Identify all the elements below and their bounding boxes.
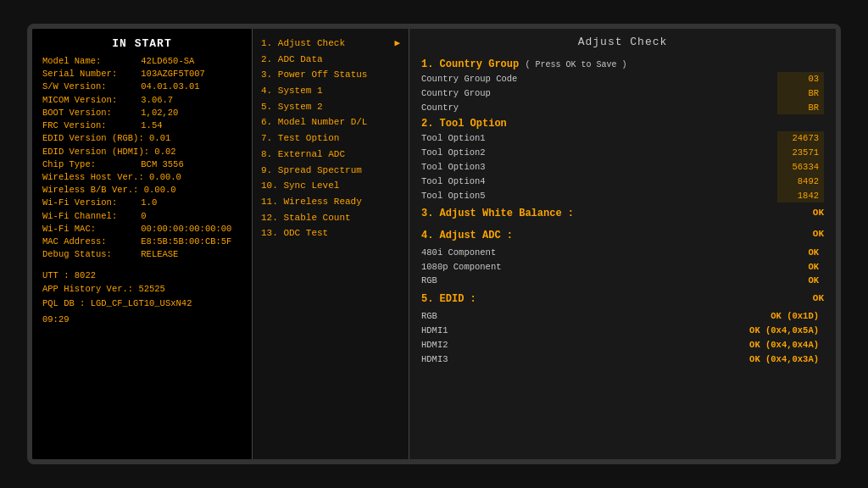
menu-item[interactable]: 13. ODC Test bbox=[261, 225, 400, 241]
info-value: 0.00.0 bbox=[138, 184, 175, 197]
info-value: RELEASE bbox=[136, 248, 178, 261]
row-value: BR bbox=[777, 101, 824, 115]
row-value: OK (0x1D) bbox=[765, 309, 824, 324]
menu-item[interactable]: 8. External ADC bbox=[261, 147, 400, 163]
info-row: Debug Status: RELEASE bbox=[42, 248, 242, 261]
info-value: 1.0 bbox=[136, 197, 157, 209]
info-row: BOOT Version: 1,02,20 bbox=[42, 107, 242, 119]
row-label: Country Group bbox=[421, 86, 491, 101]
info-row: Serial Number: 103AZGF5T007 bbox=[42, 68, 242, 80]
row-label: 1080p Component bbox=[421, 260, 502, 274]
menu-num: 1. bbox=[261, 36, 278, 52]
right-panel: Adjust Check 1. Country Group ( Press OK… bbox=[409, 29, 836, 459]
table-row: 480i ComponentOK bbox=[421, 246, 824, 260]
info-row: Wi-Fi Version: 1.0 bbox=[42, 197, 242, 209]
adjust-adc-section: 4. Adjust ADC : OK 480i ComponentOK1080p… bbox=[421, 225, 824, 289]
table-row: 1080p ComponentOK bbox=[421, 260, 824, 274]
table-row: HDMI2OK (0x4,0x4A) bbox=[421, 338, 824, 352]
row-value: 24673 bbox=[777, 131, 824, 146]
row-label: HDMI2 bbox=[421, 338, 448, 352]
menu-num: 2. bbox=[261, 52, 278, 68]
info-label: Wireless Host Ver.: bbox=[42, 171, 144, 184]
info-label: Model Name: bbox=[42, 55, 136, 68]
tool-option-header: 2. Tool Option bbox=[421, 118, 824, 130]
info-value: E8:5B:5B:00:CB:5F bbox=[136, 236, 231, 248]
menu-items: 1. Adjust Check▶2. ADC Data3. Power Off … bbox=[261, 36, 400, 241]
pql-db-label: PQL DB : LGD_CF_LGT10_USxN42 bbox=[42, 297, 242, 311]
info-row: EDID Version (RGB): 0.01 bbox=[42, 132, 242, 145]
app-history-label: APP History Ver.: 52525 bbox=[42, 282, 242, 297]
info-label: EDID Version (HDMI): bbox=[42, 146, 149, 158]
menu-label: ODC Test bbox=[283, 225, 328, 241]
menu-label: External ADC bbox=[278, 147, 345, 163]
right-title: Adjust Check bbox=[421, 36, 824, 48]
menu-num: 8. bbox=[261, 147, 278, 163]
menu-item[interactable]: 2. ADC Data bbox=[261, 52, 400, 68]
country-group-section: 1. Country Group ( Press OK to Save ) Co… bbox=[421, 55, 824, 114]
menu-item[interactable]: 7. Test Option bbox=[261, 130, 400, 147]
row-value: 56334 bbox=[777, 160, 824, 175]
table-row: Tool Option48492 bbox=[421, 175, 824, 189]
info-value: 1.54 bbox=[136, 119, 163, 132]
info-value: 0.02 bbox=[149, 146, 176, 158]
row-label: HDMI1 bbox=[421, 324, 448, 338]
menu-label: Adjust Check bbox=[278, 36, 345, 52]
info-row: S/W Version: 04.01.03.01 bbox=[42, 80, 242, 93]
menu-item[interactable]: 1. Adjust Check▶ bbox=[261, 36, 400, 52]
table-row: Tool Option51842 bbox=[421, 189, 824, 203]
info-label: S/W Version: bbox=[42, 80, 136, 93]
adjust-adc-rows: 480i ComponentOK1080p ComponentOKRGBOK bbox=[421, 246, 824, 288]
menu-item[interactable]: 12. Stable Count bbox=[261, 210, 400, 226]
table-row: Tool Option223571 bbox=[421, 146, 824, 160]
info-row: MAC Address: E8:5B:5B:00:CB:5F bbox=[42, 236, 242, 248]
menu-num: 6. bbox=[261, 114, 278, 130]
row-label: Tool Option5 bbox=[421, 189, 486, 203]
info-row: EDID Version (HDMI): 0.02 bbox=[42, 146, 242, 158]
row-label: RGB bbox=[421, 309, 437, 324]
menu-item[interactable]: 9. Spread Spectrum bbox=[261, 163, 400, 179]
info-row: FRC Version: 1.54 bbox=[42, 119, 242, 132]
info-label: Chip Type: bbox=[42, 158, 136, 171]
row-value: 23571 bbox=[777, 146, 824, 160]
row-label: Country bbox=[421, 101, 459, 115]
table-row: Country Group Code03 bbox=[421, 72, 824, 86]
info-row: Model Name: 42LD650-SA bbox=[42, 55, 242, 68]
menu-item[interactable]: 10. Sync Level bbox=[261, 178, 400, 194]
menu-num: 13. bbox=[261, 225, 283, 241]
row-label: 480i Component bbox=[421, 246, 496, 260]
menu-item[interactable]: 11. Wireless Ready bbox=[261, 194, 400, 210]
table-row: Country GroupBR bbox=[421, 86, 824, 101]
info-row: Wi-Fi MAC: 00:00:00:00:00:00 bbox=[42, 223, 242, 236]
row-value: OK (0x4,0x4A) bbox=[744, 338, 824, 352]
row-value: OK bbox=[777, 246, 824, 260]
country-group-rows: Country Group Code03Country GroupBRCount… bbox=[421, 72, 824, 114]
menu-label: Stable Count bbox=[283, 210, 350, 226]
row-label: Tool Option4 bbox=[421, 175, 486, 189]
info-value: 04.01.03.01 bbox=[136, 80, 200, 93]
table-row: Tool Option124673 bbox=[421, 131, 824, 146]
info-value: 3.06.7 bbox=[136, 94, 173, 107]
menu-num: 5. bbox=[261, 99, 278, 115]
info-label: MAC Address: bbox=[42, 236, 136, 248]
edid-status: OK bbox=[813, 291, 824, 307]
menu-item[interactable]: 6. Model Number D/L bbox=[261, 114, 400, 130]
menu-label: System 1 bbox=[278, 83, 323, 99]
table-row: HDMI3OK (0x4,0x3A) bbox=[421, 352, 824, 367]
info-value: 00:00:00:00:00:00 bbox=[136, 223, 231, 236]
row-value: OK bbox=[777, 274, 824, 288]
menu-label: Sync Level bbox=[283, 178, 339, 194]
menu-item[interactable]: 5. System 2 bbox=[261, 99, 400, 115]
menu-num: 7. bbox=[261, 130, 278, 147]
menu-item[interactable]: 4. System 1 bbox=[261, 83, 400, 99]
row-value: 1842 bbox=[777, 189, 824, 203]
menu-label: Wireless Ready bbox=[283, 194, 361, 210]
row-value: BR bbox=[777, 86, 824, 101]
middle-panel: 1. Adjust Check▶2. ADC Data3. Power Off … bbox=[253, 29, 409, 459]
menu-num: 4. bbox=[261, 83, 278, 99]
menu-label: Test Option bbox=[278, 130, 340, 147]
screen: IN START Model Name: 42LD650-SASerial Nu… bbox=[32, 29, 836, 459]
adjust-adc-status: OK bbox=[813, 227, 824, 242]
menu-item[interactable]: 3. Power Off Status bbox=[261, 67, 400, 83]
row-label: RGB bbox=[421, 274, 437, 288]
info-row: Wireless Host Ver.: 0.00.0 bbox=[42, 171, 242, 184]
